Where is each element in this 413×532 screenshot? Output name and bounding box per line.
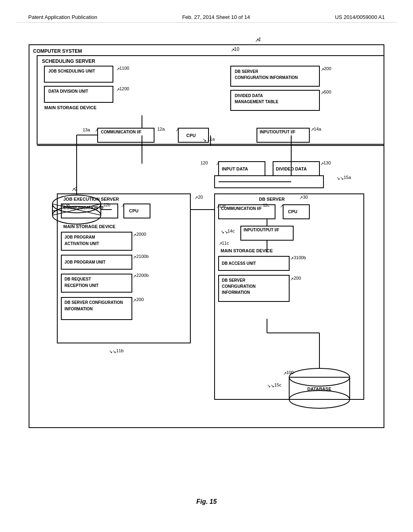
job-program-unit-label: JOB PROGRAM UNIT	[65, 260, 106, 264]
scheduling-server-label: SCHEDULING SERVER	[42, 58, 95, 64]
fig-caption: Fig. 15	[16, 498, 397, 505]
ref-14a-num: 14a	[314, 127, 321, 131]
cpu-a-label: CPU	[186, 133, 196, 138]
header-left: Patent Application Publication	[28, 14, 97, 20]
ref-200-a-num: 200	[324, 66, 331, 71]
ref-200-c: ↗	[290, 276, 294, 281]
ref-11c-num: 11c	[222, 241, 229, 245]
patent-header: Patent Application Publication Feb. 27, …	[16, 8, 397, 23]
page: Patent Application Publication Feb. 27, …	[0, 0, 413, 532]
diagram-svg: ↗ 1 COMPUTER SYSTEM ↗ 10 SCHEDULING SERV…	[17, 27, 396, 490]
computer-system-label: COMPUTER SYSTEM	[33, 48, 82, 54]
job-program-activation-line1: JOB PROGRAM	[65, 235, 95, 239]
db-server-config-line2: CONFIGURATION INFORMATION	[235, 75, 298, 80]
db-request-reception-line1: DB REQUEST	[65, 277, 91, 281]
data-division-unit-box	[44, 86, 113, 102]
ref-30-num: 30	[303, 195, 308, 200]
db-access-unit-label: DB ACCESS UNIT	[222, 261, 256, 266]
header-right: US 2014/0059000 A1	[335, 14, 385, 20]
ref-12c-num: 12c	[263, 203, 269, 208]
db-server-config-c-line1: DB SERVER	[222, 278, 246, 283]
ref-120-num: 120	[200, 160, 208, 165]
ref-12a: ↗	[175, 127, 179, 132]
job-scheduling-unit-box	[44, 66, 113, 82]
comm-if-a-line1: COMMUNICATION I/F	[101, 130, 142, 134]
ref-2100b-num: 2100b	[136, 254, 149, 259]
ref-14c-curly: ↘↘	[221, 229, 228, 234]
ref-130-num: 130	[323, 160, 331, 165]
ref-1100-num: 1100	[119, 66, 129, 71]
ref-13a-num: 13a	[83, 127, 90, 132]
main-storage-c-label: MAIN STORAGE DEVICE	[221, 248, 273, 253]
input-data-label: INPUT DATA	[222, 166, 248, 171]
ref-12c: ↗	[280, 204, 284, 208]
job-scheduling-unit-label: JOB SCHEDULING UNIT	[48, 69, 95, 73]
ref-12b: ↗	[121, 203, 125, 208]
db-server-config-c-line3: INFORMATION	[222, 290, 250, 295]
database-label: DATABASE	[307, 387, 331, 391]
ref-20-num: 20	[198, 195, 203, 200]
ref-12b-num: 12b	[104, 203, 111, 207]
db-server-config-line1: DB SERVER	[235, 69, 259, 74]
db-request-reception-line2: RECEPTION UNIT	[65, 283, 98, 288]
ref-500-num: 500	[324, 89, 331, 94]
svg-text:1: 1	[258, 36, 261, 42]
ref-15c-curly: ↘↘	[267, 383, 274, 388]
cpu-c-label: CPU	[288, 209, 297, 214]
ref-200-b-num: 200	[136, 297, 144, 302]
ref-11b-curly: ↘↘	[109, 349, 116, 354]
ref-2000-num: 2000	[136, 232, 146, 237]
ref-100-num: 100	[286, 370, 294, 375]
ref-3100b: ↗	[290, 256, 294, 261]
main-storage-a-label: MAIN STORAGE DEVICE	[44, 105, 96, 110]
header-center: Feb. 27, 2014 Sheet 10 of 14	[182, 14, 250, 20]
ref-2100b: ↗	[133, 255, 136, 260]
db-server-config-b-line2: INFORMATION	[65, 307, 93, 311]
main-storage-b-label: MAIN STORAGE DEVICE	[63, 224, 115, 229]
ref-12a-num: 12a	[157, 127, 165, 131]
db-server-config-c-line2: CONFIGURATION	[222, 284, 256, 289]
ref-15c-num: 15c	[274, 382, 282, 387]
divided-data-mgmt-line2: MANAGEMENT TABLE	[235, 100, 278, 104]
ref-10-num: 10	[234, 46, 240, 52]
ref-20: ↗	[194, 195, 198, 200]
job-program-activation-line2: ACTIVATION UNIT	[65, 241, 99, 246]
ref-2000: ↗	[133, 233, 136, 237]
ref-1200-num: 1200	[119, 86, 129, 91]
data-division-unit-label: DATA DIVISION UNIT	[48, 89, 88, 94]
ref-14c-num: 14c	[227, 229, 235, 233]
divided-data-mgmt-line1: DIVIDED DATA	[235, 94, 263, 98]
fig-caption-text: Fig. 15	[196, 498, 217, 505]
ref-120: ↗	[216, 161, 219, 166]
ref-13a: ↗	[95, 128, 98, 133]
ref-15a-num: 15a	[344, 175, 351, 180]
ref-11b-num: 11b	[116, 348, 123, 353]
ref-13c-num: 13c	[219, 204, 226, 208]
io-if-a-line1: INPUT/OUTPUT I/F	[260, 130, 295, 134]
ref-200-c-num: 200	[294, 276, 301, 281]
ref-13b-num: 13b	[63, 203, 70, 208]
ref-3100b-num: 3100b	[294, 255, 306, 260]
db-server-right-label: DB SERVER	[259, 197, 285, 202]
cpu-b-label: CPU	[129, 208, 138, 213]
io-if-c-line1: INPUT/OUTPUT I/F	[244, 228, 279, 232]
ref-2200b-num: 2200b	[136, 273, 149, 278]
ref-200-b: ↗	[133, 298, 136, 303]
comm-if-c-line1: COMMUNICATION I/F	[221, 206, 262, 211]
ref-2200b: ↗	[133, 274, 136, 278]
job-exec-server-label: JOB EXECUTION SERVER	[63, 197, 119, 202]
ref-15a-curly: ↘↘	[336, 176, 344, 181]
ref-11a-curly: ↘	[202, 137, 206, 143]
db-server-config-b-line1: DB SERVER CONFIGURATION	[65, 300, 123, 305]
ref-30: ↗	[299, 195, 303, 200]
